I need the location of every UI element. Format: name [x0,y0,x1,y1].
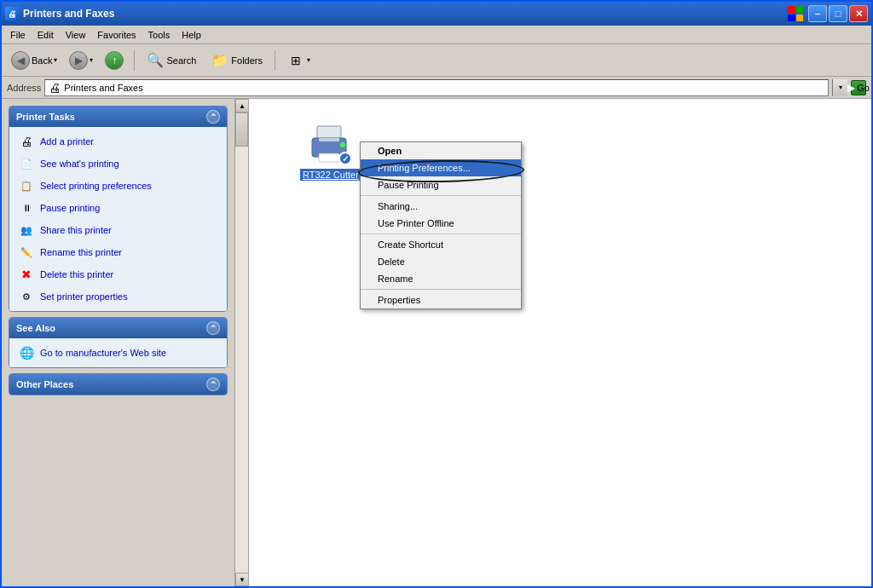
task-pause-printing[interactable]: ⏸ Pause printing [16,199,220,217]
maximize-button[interactable]: □ [829,5,847,22]
task-manufacturer[interactable]: 🌐 Go to manufacturer's Web site [16,343,220,362]
printer-tasks-panel: Printer Tasks ⌃ 🖨 Add a printer 📄 See wh… [9,106,228,312]
views-dropdown-arrow: ▾ [307,56,310,64]
go-button[interactable]: ▶ Go [851,80,866,95]
left-panel: Printer Tasks ⌃ 🖨 Add a printer 📄 See wh… [2,99,249,586]
ctx-pause-printing[interactable]: Pause Printing [361,176,521,193]
task-set-properties[interactable]: ⚙ Set printer properties [16,287,220,306]
scroll-thumb[interactable] [235,112,248,147]
menu-help[interactable]: Help [176,28,206,42]
pause-printing-icon: ⏸ [18,199,35,216]
scroll-up-arrow[interactable]: ▲ [235,99,249,112]
forward-button[interactable]: ▶ ▾ [65,49,97,72]
printer-icon-img: ✓ [307,124,354,167]
folders-button[interactable]: 📁 Folders [205,49,269,72]
close-button[interactable]: ✕ [849,5,868,22]
printer-name[interactable]: RT322 Cutter [300,169,361,181]
titlebar-controls: – □ ✕ [808,5,868,22]
ctx-sep-1 [361,195,521,196]
folders-label: Folders [231,55,263,66]
titlebar-icon: 🖨 [5,7,19,20]
search-icon: 🔍 [147,52,164,69]
menu-edit[interactable]: Edit [32,28,59,42]
toolbar-sep-1 [134,50,135,71]
up-button[interactable]: ↑ [101,49,128,72]
menu-tools[interactable]: Tools [143,28,176,42]
delete-printer-label: Delete this printer [40,269,113,280]
folders-icon: 📁 [211,52,228,69]
ctx-use-offline[interactable]: Use Printer Offline [361,215,521,232]
back-label: Back [32,55,52,66]
task-add-printer[interactable]: 🖨 Add a printer [16,132,220,151]
set-properties-label: Set printer properties [40,291,128,302]
see-also-header: See Also ⌃ [9,318,227,338]
manufacturer-label: Go to manufacturer's Web site [40,348,166,358]
see-also-title: See Also [16,323,55,333]
address-field[interactable]: 🖨 Printers and Faxes [44,79,829,96]
menu-file[interactable]: File [5,28,31,42]
task-rename-printer[interactable]: ✏️ Rename this printer [16,243,220,262]
right-area: ✓ RT322 Cutter Open Printing Preferences… [249,99,871,586]
views-icon: ⊞ [287,52,304,69]
rename-printer-icon: ✏️ [18,244,35,261]
back-dropdown-arrow: ▾ [54,56,57,64]
main-window: 🖨 Printers and Faxes – □ ✕ File Edit Vie… [0,0,873,588]
other-places-title: Other Places [16,379,73,389]
panel-scrollbar[interactable]: ▲ ▼ [234,99,248,586]
see-printing-label: See what's printing [40,159,119,169]
panel-content: Printer Tasks ⌃ 🖨 Add a printer 📄 See wh… [2,99,234,402]
views-button[interactable]: ⊞ ▾ [281,49,316,72]
add-printer-label: Add a printer [40,136,94,147]
see-also-body: 🌐 Go to manufacturer's Web site [9,338,227,367]
task-see-printing[interactable]: 📄 See what's printing [16,154,220,173]
task-delete-printer[interactable]: ✖ Delete this printer [16,265,220,284]
ctx-delete[interactable]: Delete [361,253,521,270]
rename-printer-label: Rename this printer [40,247,122,257]
ctx-rename[interactable]: Rename [361,270,521,287]
toolbar-sep-2 [275,50,275,71]
titlebar-left: 🖨 Printers and Faxes [5,7,114,20]
see-also-panel: See Also ⌃ 🌐 Go to manufacturer's Web si… [9,317,228,368]
back-icon: ◀ [11,51,30,70]
xp-logo [788,6,803,21]
other-places-panel: Other Places ⌃ [9,373,228,395]
printer-tasks-collapse[interactable]: ⌃ [206,110,220,124]
up-icon: ↑ [105,51,124,70]
pause-printing-label: Pause printing [40,203,100,213]
task-share-printer[interactable]: 👥 Share this printer [16,221,220,239]
titlebar: 🖨 Printers and Faxes – □ ✕ [2,2,871,26]
menubar: File Edit View Favorites Tools Help [2,26,871,44]
context-menu: Open Printing Preferences... Pause Print… [360,141,522,309]
minimize-button[interactable]: – [808,5,827,22]
addressbar: Address 🖨 Printers and Faxes ▾ ▶ Go [2,77,871,99]
toolbar: ◀ Back ▾ ▶ ▾ ↑ 🔍 Search 📁 Folders ⊞ ▾ [2,44,871,77]
select-prefs-icon: 📋 [18,177,35,194]
ctx-printing-preferences[interactable]: Printing Preferences... [361,159,521,176]
ctx-properties[interactable]: Properties [361,291,521,308]
forward-dropdown-arrow: ▾ [90,56,93,64]
go-arrow-icon: ▶ [847,82,855,94]
menu-view[interactable]: View [61,28,91,42]
window-title: Printers and Faxes [23,8,114,20]
share-printer-icon: 👥 [18,222,35,239]
printer-tasks-header: Printer Tasks ⌃ [9,107,227,127]
printer-tasks-title: Printer Tasks [16,112,75,122]
printer-tasks-body: 🖨 Add a printer 📄 See what's printing 📋 … [9,127,227,311]
other-places-collapse[interactable]: ⌃ [206,378,220,391]
see-printing-icon: 📄 [18,155,35,172]
ctx-sharing[interactable]: Sharing... [361,198,521,215]
select-prefs-label: Select printing preferences [40,181,152,191]
ctx-create-shortcut[interactable]: Create Shortcut [361,236,521,253]
see-also-collapse[interactable]: ⌃ [206,321,220,335]
search-button[interactable]: 🔍 Search [141,49,202,72]
task-select-prefs[interactable]: 📋 Select printing preferences [16,176,220,195]
address-dropdown[interactable]: ▾ [832,79,847,96]
ctx-sep-3 [361,289,521,290]
menu-favorites[interactable]: Favorites [92,28,141,42]
svg-rect-2 [319,138,339,141]
forward-icon: ▶ [69,51,88,70]
scroll-down-arrow[interactable]: ▼ [235,573,249,586]
scroll-track [235,112,248,573]
ctx-open[interactable]: Open [361,142,521,159]
back-button[interactable]: ◀ Back ▾ [7,49,61,72]
